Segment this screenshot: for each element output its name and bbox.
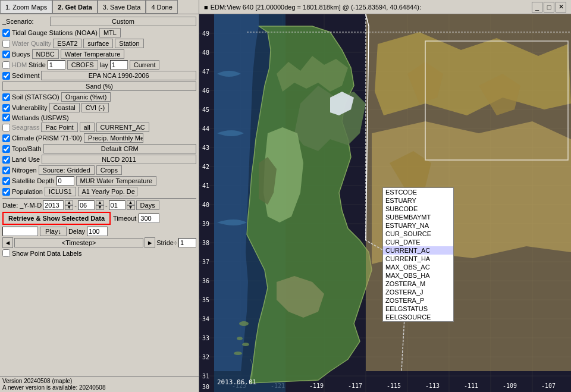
dropdown-eelgsource[interactable]: EELGSOURCE [383, 313, 453, 321]
prev-timestep-btn[interactable]: ◄ [2, 237, 13, 248]
esat2-btn[interactable]: ESAT2 [53, 39, 81, 48]
date-label: Date: _Y-M-D [2, 202, 42, 209]
dropdown-zostera-p[interactable]: ZOSTERA_P [383, 296, 453, 305]
svg-text:-107: -107 [541, 382, 556, 389]
play-btn[interactable]: Play↓ [40, 227, 67, 236]
date-row: Date: _Y-M-D ▲ ▼ - ▲ ▼ - ▲ ▼ Days [2, 200, 196, 210]
dropdown-subembaymt[interactable]: SUBEMBAYMT [383, 213, 453, 221]
all-btn[interactable]: all [80, 123, 95, 132]
dropdown-max-obs-ha[interactable]: MAX_OBS_HA [383, 271, 453, 280]
wetlands-row: Wetlands (USFWS) [2, 114, 196, 121]
svg-text:41: 41 [202, 183, 209, 189]
climate-checkbox[interactable] [2, 134, 10, 142]
dropdown-current-ac[interactable]: CURRENT_AC [383, 246, 453, 255]
depth-label: Depth [37, 177, 54, 184]
surface-btn[interactable]: surface [83, 39, 113, 48]
nitrogen-checkbox[interactable] [2, 167, 10, 174]
source-gridded-btn[interactable]: Source: Gridded [39, 165, 95, 175]
dropdown-estuary[interactable]: ESTUARY [383, 196, 453, 205]
satellite-row: Satellite Depth MUR Water Temperature [2, 176, 196, 186]
soil-checkbox[interactable] [2, 93, 10, 101]
dropdown-zostera-m[interactable]: ZOSTERA_M [383, 280, 453, 288]
day-input[interactable] [109, 200, 126, 210]
delay-input[interactable] [87, 227, 108, 236]
minimize-btn[interactable]: _ [532, 2, 542, 12]
vuln-row: Vulnerability Coastal CVI (-) [2, 103, 196, 112]
dropdown-cur-source[interactable]: CUR_SOURCE [383, 230, 453, 238]
day-down-btn[interactable]: ▼ [127, 205, 135, 210]
month-input[interactable] [78, 200, 95, 210]
satellite-checkbox[interactable] [2, 177, 10, 185]
precip-btn[interactable]: Precip. Monthly Mea [84, 133, 143, 143]
dropdown-current-ha[interactable]: CURRENT_HA [383, 255, 453, 263]
year-input[interactable] [43, 200, 64, 210]
cbofs-btn[interactable]: CBOFS [67, 60, 98, 70]
dropdown-subcode[interactable]: SUBCODE [383, 205, 453, 213]
dropdown-eelgstatus[interactable]: EELGSTATUS [383, 305, 453, 313]
svg-text:49: 49 [202, 30, 209, 37]
climate-row: Climate (PRISM '71-'00) Precip. Monthly … [2, 133, 196, 143]
close-btn[interactable]: ✕ [556, 2, 566, 12]
svg-text:31: 31 [202, 373, 209, 380]
tidal-checkbox[interactable] [2, 29, 10, 37]
landuse-checkbox[interactable] [2, 156, 10, 164]
dropdown-estuary-na[interactable]: ESTUARY_NA [383, 221, 453, 230]
dropdown-max-obs-ac[interactable]: MAX_OBS_AC [383, 263, 453, 271]
days-btn[interactable]: Days [136, 200, 159, 210]
maximize-btn[interactable]: □ [544, 2, 554, 12]
hdm-stride-input[interactable] [48, 60, 65, 70]
show-labels-text: Show Point Data Labels [12, 250, 81, 257]
pacpoint-btn[interactable]: Pac Point [41, 123, 77, 132]
wetlands-checkbox[interactable] [2, 114, 10, 121]
a1-btn[interactable]: A1 Yearly Pop. De [78, 187, 137, 196]
satellite-label: Satellite [12, 177, 35, 184]
ndbc-btn[interactable]: NDBC [32, 49, 59, 59]
timeout-input[interactable] [139, 214, 159, 223]
iclus-btn[interactable]: ICLUS1 [45, 187, 76, 196]
sediment-row: Sediment EPA NCA 1990-2006 [2, 71, 196, 80]
save-data-btn[interactable]: 3. Save Data [98, 0, 146, 14]
depth-input[interactable] [57, 176, 74, 186]
scenario-row: _Scenario: Custom [2, 17, 196, 26]
tidal-mtl-btn[interactable]: MTL [99, 28, 121, 37]
get-data-btn[interactable]: 2. Get Data [52, 0, 97, 14]
seagrass-checkbox[interactable] [2, 124, 10, 131]
stride-input[interactable] [178, 238, 196, 247]
svg-text:48: 48 [202, 49, 209, 56]
done-btn[interactable]: 4 Done [146, 0, 177, 14]
topo-checkbox[interactable] [2, 145, 10, 153]
show-labels-checkbox[interactable] [2, 249, 10, 257]
current-ac-btn[interactable]: CURRENT_AC [96, 123, 149, 132]
mur-btn[interactable]: MUR Water Temperature [76, 176, 157, 186]
waterquality-checkbox[interactable] [2, 40, 10, 48]
timestep-btn[interactable]: <Timestep> [14, 238, 143, 247]
vuln-checkbox[interactable] [2, 104, 10, 112]
wetlands-label: Wetlands (USFWS) [12, 114, 69, 121]
version-text: Version 20240508 (maple) [2, 378, 196, 384]
current-btn[interactable]: Current [130, 60, 160, 70]
population-checkbox[interactable] [2, 188, 10, 196]
retrieve-btn[interactable]: Retrieve & Show Selected Data [2, 212, 111, 225]
month-down-btn[interactable]: ▼ [96, 205, 104, 210]
hdm-lay-input[interactable] [110, 60, 128, 70]
dropdown-zostera-j[interactable]: ZOSTERA_J [383, 288, 453, 296]
dropdown-cur-date[interactable]: CUR_DATE [383, 238, 453, 246]
coastal-btn[interactable]: Coastal [49, 103, 80, 112]
station-btn[interactable]: Station [115, 39, 143, 48]
zoom-maps-btn[interactable]: 1. Zoom Maps [0, 0, 52, 14]
year-down-btn[interactable]: ▼ [65, 205, 73, 210]
climate-label: Climate (PRISM '71-'00) [12, 134, 82, 142]
water-temp-btn[interactable]: Water Temperature [61, 49, 125, 59]
organic-btn[interactable]: Organic (%wt) [61, 92, 111, 102]
sediment-checkbox[interactable] [2, 72, 10, 80]
dropdown-estcode[interactable]: ESTCODE [383, 188, 453, 196]
svg-text:39: 39 [202, 221, 209, 227]
hdm-checkbox[interactable] [2, 61, 10, 69]
buoys-checkbox[interactable] [2, 51, 10, 58]
next-timestep-btn[interactable]: ► [145, 237, 155, 248]
population-label: Population [12, 188, 43, 195]
crops-btn[interactable]: Crops [96, 165, 122, 175]
cvi-btn[interactable]: CVI (-) [81, 103, 109, 112]
dropdown-menu[interactable]: ESTCODE ESTUARY SUBCODE SUBEMBAYMT ESTUA… [382, 187, 454, 322]
playback-input[interactable] [2, 227, 38, 236]
